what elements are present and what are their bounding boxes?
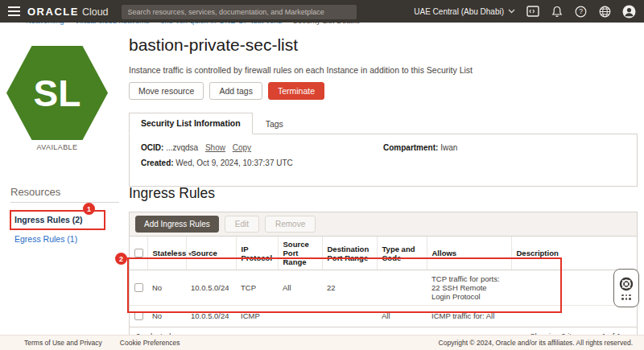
compartment-value: Iwan (440, 143, 457, 152)
cell-allows: TCP traffic for ports: 22 SSH Remote Log… (427, 270, 511, 306)
compartment-row: Compartment: Iwan (383, 143, 457, 152)
logo-oracle-text: ORACLE (27, 6, 79, 18)
ingress-rules-heading: Ingress Rules (129, 185, 215, 202)
sidebar-item-ingress-rules[interactable]: Ingress Rules (2) (14, 215, 83, 224)
cell-source-port-range: All (278, 270, 322, 306)
chevron-down-icon (508, 9, 515, 14)
table-row: No 10.0.5.0/24 TCP All 22 TCP traffic fo… (130, 270, 638, 306)
support-launcher[interactable] (613, 269, 639, 307)
resources-divider (10, 202, 119, 203)
oracle-cloud-console: Networking»Virtual cloud networks»one-vc… (0, 0, 644, 350)
cell-type-and-code: All (377, 306, 427, 327)
add-ingress-rules-button[interactable]: Add Ingress Rules (135, 216, 219, 233)
created-value: Wed, Oct 9, 2024, 10:37:37 UTC (175, 159, 292, 167)
ingress-rules-table: Stateless▾ Source IP Protocol Source Por… (130, 237, 638, 327)
resource-type-hexagon: SL (6, 46, 108, 140)
column-source: Source (186, 237, 236, 270)
page-footer: Terms of Use and Privacy Cookie Preferen… (0, 335, 644, 350)
ocid-copy-link[interactable]: Copy (233, 143, 251, 152)
global-search (122, 3, 357, 19)
ocid-show-link[interactable]: Show (205, 143, 225, 152)
page-title: bastion-private-sec-list (129, 35, 298, 55)
info-card-body: OCID: ...zvqdsa Show Copy Created: Wed, … (129, 134, 638, 187)
annotation-step-1-badge: 1 (83, 203, 95, 215)
ocid-value: ...zvqdsa (166, 143, 198, 152)
tab-tags[interactable]: Tags (253, 114, 296, 134)
page-subtitle: Instance traffic is controlled by firewa… (129, 65, 473, 75)
cookie-preferences-link[interactable]: Cookie Preferences (120, 339, 180, 347)
topbar-right-controls: UAE Central (Abu Dhabi) ? (414, 5, 644, 19)
user-avatar-icon[interactable] (622, 5, 636, 19)
edit-button[interactable]: Edit (225, 216, 259, 233)
cell-destination-port-range (322, 306, 377, 327)
cell-source-port-range (278, 306, 322, 327)
resource-initials: SL (34, 72, 81, 115)
hamburger-menu-icon[interactable] (0, 0, 27, 23)
status-badge: AVAILABLE (0, 143, 114, 151)
column-destination-port-range: Destination Port Range (322, 237, 377, 270)
select-all-checkbox[interactable] (134, 249, 143, 257)
terms-of-use-link[interactable]: Terms of Use and Privacy (24, 339, 102, 347)
ingress-rules-table-card: Add Ingress Rules Edit Remove Stateless▾… (129, 212, 638, 346)
cell-destination-port-range: 22 (322, 270, 377, 306)
developer-tools-icon[interactable] (526, 5, 539, 19)
cell-source: 10.0.5.0/24 (186, 306, 236, 327)
search-input[interactable] (122, 5, 357, 19)
move-resource-button[interactable]: Move resource (129, 82, 204, 100)
info-tabs: Security List Information Tags (129, 112, 638, 134)
remove-button[interactable]: Remove (265, 216, 316, 233)
annotation-step-2-badge: 2 (115, 253, 127, 265)
ocid-label: OCID: (141, 143, 163, 152)
security-list-info-card: Security List Information Tags OCID: ...… (129, 112, 638, 187)
column-ip-protocol: IP Protocol (236, 237, 278, 270)
column-type-and-code: Type and Code (377, 237, 427, 270)
logo-cloud-text: Cloud (82, 6, 109, 18)
language-globe-icon[interactable] (598, 5, 612, 19)
add-tags-button[interactable]: Add tags (209, 82, 262, 100)
header-checkbox-cell (130, 237, 147, 270)
row-checkbox[interactable] (134, 311, 143, 320)
resource-actions: Move resource Add tags Terminate (129, 82, 324, 100)
region-selector[interactable]: UAE Central (Abu Dhabi) (414, 7, 515, 16)
cell-ip-protocol: TCP (236, 270, 278, 306)
notifications-bell-icon[interactable] (550, 5, 564, 19)
cell-source: 10.0.5.0/24 (186, 270, 236, 306)
copyright-text: Copyright © 2024, Oracle and/or its affi… (439, 339, 633, 347)
table-header-row: Stateless▾ Source IP Protocol Source Por… (130, 237, 638, 270)
compartment-label: Compartment: (383, 143, 438, 152)
cell-stateless: No (147, 306, 186, 327)
oracle-cloud-logo[interactable]: ORACLE Cloud (27, 6, 109, 18)
cell-description (511, 306, 638, 327)
row-checkbox[interactable] (134, 283, 143, 292)
column-stateless[interactable]: Stateless▾ (147, 237, 186, 270)
drag-handle-dots-icon[interactable] (621, 294, 631, 300)
terminate-button[interactable]: Terminate (268, 82, 324, 100)
created-row: Created: Wed, Oct 9, 2024, 10:37:37 UTC (141, 159, 625, 167)
rules-toolbar: Add Ingress Rules Edit Remove (130, 212, 637, 237)
svg-text:?: ? (579, 7, 583, 15)
column-source-port-range: Source Port Range (278, 237, 322, 270)
column-description: Description (511, 237, 638, 270)
cell-type-and-code (377, 270, 427, 306)
region-label: UAE Central (Abu Dhabi) (414, 7, 504, 16)
top-navigation-bar: ORACLE Cloud UAE Central (Abu Dhabi) ? (0, 0, 644, 23)
created-label: Created: (141, 159, 174, 167)
table-row: No 10.0.5.0/24 ICMP All ICMP traffic for… (130, 306, 638, 327)
life-ring-support-icon (619, 277, 634, 291)
cell-allows: ICMP traffic for: All (427, 306, 511, 327)
tab-security-list-information[interactable]: Security List Information (129, 113, 253, 134)
column-allows: Allows (427, 237, 511, 270)
sidebar-item-egress-rules[interactable]: Egress Rules (1) (14, 234, 77, 244)
cell-stateless: No (147, 270, 186, 306)
cell-ip-protocol: ICMP (236, 306, 278, 327)
help-icon[interactable]: ? (574, 5, 588, 19)
resources-heading: Resources (10, 186, 60, 198)
